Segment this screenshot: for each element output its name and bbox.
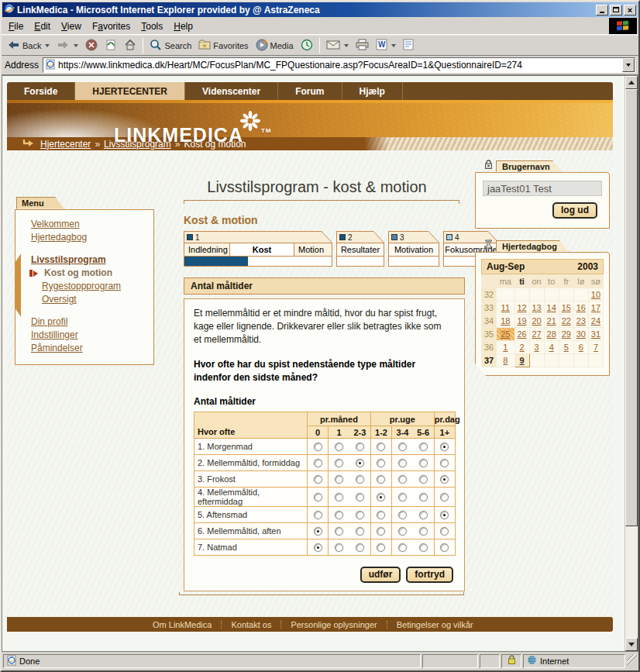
calendar-day-8[interactable]: 8 [497, 354, 514, 367]
sidebar-item-kost-og-motion[interactable]: Kost og motion [42, 267, 147, 280]
calendar-day-9[interactable]: 9 [514, 354, 529, 367]
radio-row7-0[interactable] [314, 543, 322, 552]
calendar-day-1[interactable]: 1 [497, 341, 514, 354]
toolbar-mail-button[interactable] [323, 36, 352, 55]
footer-link-om-linkmedica[interactable]: Om LinkMedica [153, 620, 212, 629]
radio-row2-1-2[interactable] [377, 459, 385, 467]
radio-row5-0[interactable] [314, 511, 322, 519]
calendar-day-27[interactable]: 27 [529, 328, 544, 341]
calendar-day-14[interactable]: 14 [544, 302, 559, 315]
sidebar-item-livsstilsprogram[interactable]: Livsstilsprogram [31, 253, 147, 267]
dropdown-arrow-icon[interactable] [391, 44, 396, 47]
radio-row6-1-2[interactable] [377, 527, 385, 536]
radio-row4-5-6[interactable] [419, 493, 428, 501]
sidebar-item-p-mindelser[interactable]: Påmindelser [31, 342, 147, 355]
radio-row3-2-3[interactable] [356, 475, 364, 484]
calendar-day-7[interactable]: 7 [588, 341, 603, 354]
footer-link-personlige-oplysninger[interactable]: Personlige oplysninger [291, 620, 377, 629]
nav-tab-forum[interactable]: Forum [278, 82, 342, 100]
radio-row1-1[interactable] [335, 443, 343, 451]
calendar-day-6[interactable]: 6 [573, 341, 588, 354]
breadcrumb-link[interactable]: Hjertecenter [40, 139, 91, 150]
radio-row2-1+[interactable] [440, 459, 449, 467]
radio-row1-3-4[interactable] [398, 443, 407, 451]
calendar-day-19[interactable]: 19 [514, 315, 529, 328]
calendar-day-28[interactable]: 28 [544, 328, 559, 341]
radio-row2-5-6[interactable] [419, 459, 428, 467]
radio-row7-5-6[interactable] [419, 543, 428, 552]
minimize-button[interactable] [596, 5, 608, 16]
radio-row5-3-4[interactable] [398, 511, 407, 519]
step-cell-kost[interactable]: Kost [229, 243, 294, 256]
sidebar-item-rygestoppprogram[interactable]: Rygestoppprogram [42, 280, 147, 293]
nav-tab-videnscenter[interactable]: Videnscenter [185, 82, 278, 100]
address-dropdown-button[interactable] [622, 58, 635, 72]
toolbar-edit-word-button[interactable]: W [373, 36, 399, 55]
radio-row4-1[interactable] [335, 493, 343, 501]
nav-tab-hjælp[interactable]: Hjælp [342, 82, 403, 100]
calendar-day-18[interactable]: 18 [497, 315, 514, 328]
radio-row2-0[interactable] [314, 459, 322, 467]
toolbar-discuss-button[interactable] [400, 36, 417, 55]
radio-row3-1[interactable] [335, 475, 343, 484]
calendar-day-2[interactable]: 2 [514, 341, 529, 354]
logout-button[interactable]: log ud [552, 202, 597, 219]
calendar-day-26[interactable]: 26 [514, 328, 529, 341]
calendar-day-10[interactable]: 10 [588, 288, 603, 302]
radio-row6-0[interactable] [314, 527, 322, 536]
radio-row6-1+[interactable] [440, 527, 449, 536]
menu-edit[interactable]: Edit [29, 19, 56, 34]
nav-tab-hjertecenter[interactable]: HJERTECENTER [75, 82, 185, 100]
sidebar-item-oversigt[interactable]: Oversigt [42, 293, 147, 306]
sidebar-item-hjertedagbog[interactable]: Hjertedagbog [31, 231, 147, 244]
radio-row2-1[interactable] [335, 459, 343, 467]
calendar-day-24[interactable]: 24 [588, 315, 603, 328]
toolbar-forward-button[interactable] [53, 36, 81, 55]
radio-row5-1+[interactable] [440, 511, 449, 519]
radio-row2-2-3[interactable] [356, 459, 364, 467]
step-tab-1[interactable]: 1IndledningKostMotion [184, 231, 332, 267]
radio-row7-1+[interactable] [440, 543, 449, 552]
calendar-day-15[interactable]: 15 [559, 302, 573, 315]
radio-row7-3-4[interactable] [398, 543, 407, 552]
radio-row3-0[interactable] [314, 475, 322, 484]
radio-row4-1-2[interactable] [377, 493, 385, 501]
step-tab-2[interactable]: 2Resultater [336, 231, 384, 267]
menu-file[interactable]: File [3, 19, 29, 34]
radio-row1-1+[interactable] [440, 443, 449, 451]
calendar-day-4[interactable]: 4 [544, 341, 559, 354]
nav-tab-forside[interactable]: Forside [7, 82, 75, 100]
calendar-day-29[interactable]: 29 [559, 328, 573, 341]
step-cell-indledning[interactable]: Indledning [184, 243, 229, 256]
sidebar-item-din-profil[interactable]: Din profil [31, 315, 147, 329]
address-input[interactable]: https://www.linkmedica.dk/Heart/MC/Focus… [43, 57, 635, 73]
calendar-day-25[interactable]: 25 [497, 328, 514, 341]
step-tab-3[interactable]: 3Motivation [388, 231, 439, 267]
radio-row5-2-3[interactable] [356, 511, 364, 519]
toolbar-media-button[interactable]: Media [253, 36, 297, 55]
dropdown-arrow-icon[interactable] [45, 44, 50, 47]
radio-row3-1-2[interactable] [377, 475, 385, 484]
toolbar-history-button[interactable] [298, 36, 316, 55]
scrollbar-thumb[interactable] [625, 89, 638, 526]
radio-row6-5-6[interactable] [419, 527, 428, 536]
radio-row4-0[interactable] [314, 493, 322, 501]
submit-button[interactable]: udfør [360, 567, 401, 583]
radio-row1-5-6[interactable] [419, 443, 428, 451]
calendar-day-12[interactable]: 12 [514, 302, 529, 315]
calendar-day-31[interactable]: 31 [588, 328, 603, 341]
radio-row3-5-6[interactable] [419, 475, 428, 484]
radio-row7-1-2[interactable] [377, 543, 385, 552]
maximize-button[interactable] [610, 5, 622, 16]
menu-favorites[interactable]: Favorites [87, 19, 136, 34]
toolbar-home-button[interactable] [121, 36, 139, 55]
dropdown-arrow-icon[interactable] [74, 44, 78, 47]
menu-view[interactable]: View [56, 19, 87, 34]
radio-row6-2-3[interactable] [356, 527, 364, 536]
radio-row3-1+[interactable] [440, 475, 449, 484]
menu-tools[interactable]: Tools [136, 19, 168, 34]
footer-link-betingelser-og-vilk-r[interactable]: Betingelser og vilkår [397, 620, 473, 629]
calendar-day-20[interactable]: 20 [529, 315, 544, 328]
radio-row6-3-4[interactable] [398, 527, 407, 536]
toolbar-refresh-button[interactable] [102, 36, 120, 55]
